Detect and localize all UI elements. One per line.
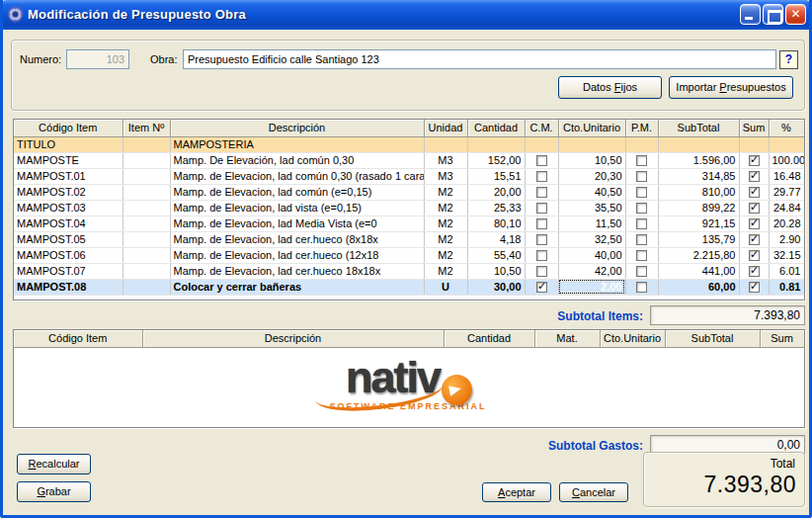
- col-pct[interactable]: %: [769, 120, 804, 136]
- col-descripcion[interactable]: Descripción: [170, 120, 424, 136]
- sum-checkbox[interactable]: [749, 234, 760, 245]
- col-unidad[interactable]: Unidad: [424, 120, 467, 136]
- col-sum[interactable]: Sum: [760, 330, 804, 347]
- recalcular-button[interactable]: Recalcular: [17, 454, 91, 475]
- selected-cell-cto-unitario[interactable]: 2,00: [558, 279, 625, 295]
- gastos-header-row: Código Item Descripción Cantidad Mat. Ct…: [14, 330, 804, 347]
- subtotal-items-value: 7.393,80: [650, 305, 805, 325]
- app-gear-icon: [7, 6, 24, 23]
- total-groupbox: Total 7.393,80: [643, 452, 805, 507]
- col-cto-unitario[interactable]: Cto.Unitario: [558, 120, 625, 136]
- obra-label: Obra:: [150, 53, 178, 65]
- col-cantidad[interactable]: Cantidad: [444, 330, 534, 347]
- sum-checkbox[interactable]: [749, 203, 760, 214]
- nativo-logo: nativo SOFTWARE EMPRESARIAL: [3, 352, 812, 413]
- table-row-selected[interactable]: MAMPOST.08 Colocar y cerrar bañeras U 30…: [14, 279, 804, 295]
- table-row[interactable]: MAMPOST.05 Mamp. de Elevacion, lad cer.h…: [14, 231, 804, 247]
- col-sum[interactable]: Sum: [739, 120, 769, 136]
- items-table: Código Item Item Nº Descripción Unidad C…: [13, 119, 805, 301]
- minimize-button[interactable]: [740, 4, 761, 25]
- cm-checkbox[interactable]: [536, 250, 547, 261]
- cm-checkbox[interactable]: [536, 282, 547, 293]
- sum-checkbox[interactable]: [749, 218, 760, 229]
- col-codigo-item[interactable]: Código Item: [14, 120, 122, 136]
- table-row[interactable]: MAMPOST.03 Mamp. de Elevacion, lad vista…: [14, 200, 804, 216]
- sum-checkbox[interactable]: [749, 282, 760, 293]
- total-value: 7.393,80: [644, 471, 804, 498]
- pm-checkbox[interactable]: [636, 250, 647, 261]
- col-subtotal[interactable]: SubTotal: [658, 120, 739, 136]
- numero-label: Numero:: [20, 53, 61, 65]
- col-mat[interactable]: Mat.: [534, 330, 600, 347]
- col-codigo-item[interactable]: Código Item: [14, 330, 142, 347]
- pm-checkbox[interactable]: [636, 218, 647, 229]
- pm-checkbox[interactable]: [636, 282, 647, 293]
- titlebar[interactable]: Modificación de Presupuesto Obra: [0, 0, 812, 30]
- logo-o-icon: o: [442, 375, 472, 405]
- col-pm[interactable]: P.M.: [625, 120, 658, 136]
- table-row[interactable]: MAMPOST.01 Mamp. de Elevacion, lad común…: [14, 168, 804, 184]
- window-title: Modificación de Presupuesto Obra: [28, 7, 246, 22]
- table-row[interactable]: MAMPOST.02 Mamp. de Elevacion, lad común…: [14, 184, 804, 200]
- items-header-row: Código Item Item Nº Descripción Unidad C…: [14, 120, 804, 136]
- cm-checkbox[interactable]: [536, 155, 547, 166]
- col-subtotal[interactable]: SubTotal: [665, 330, 760, 347]
- sum-checkbox[interactable]: [749, 250, 760, 261]
- table-row-titulo[interactable]: TITULO MAMPOSTERIA: [14, 136, 804, 152]
- close-button[interactable]: [785, 4, 806, 25]
- sum-checkbox[interactable]: [749, 187, 760, 198]
- maximize-button[interactable]: [763, 4, 783, 25]
- col-cto-unitario[interactable]: Cto.Unitario: [600, 330, 665, 347]
- sum-checkbox[interactable]: [749, 266, 760, 277]
- sum-checkbox[interactable]: [749, 155, 760, 166]
- numero-field[interactable]: 103: [66, 49, 129, 69]
- pm-checkbox[interactable]: [636, 187, 647, 198]
- pm-checkbox[interactable]: [636, 155, 647, 166]
- cm-checkbox[interactable]: [536, 266, 547, 277]
- col-descripcion[interactable]: Descripción: [142, 330, 444, 347]
- cm-checkbox[interactable]: [536, 203, 547, 214]
- cm-checkbox[interactable]: [536, 234, 547, 245]
- pm-checkbox[interactable]: [636, 266, 647, 277]
- obra-field[interactable]: Presupuesto Edificio calle Santiago 123: [183, 49, 776, 69]
- subtotal-gastos-label: Subtotal Gastos:: [398, 439, 643, 453]
- dialog-window: Modificación de Presupuesto Obra Numero:…: [0, 0, 812, 518]
- help-button[interactable]: ?: [779, 50, 798, 69]
- cm-checkbox[interactable]: [536, 218, 547, 229]
- cancelar-button[interactable]: Cancelar: [559, 482, 628, 502]
- sum-checkbox[interactable]: [749, 171, 760, 182]
- importar-presupuestos-button[interactable]: Importar Presupuestos: [669, 76, 793, 99]
- table-row[interactable]: MAMPOST.06 Mamp. de Elevacion, lad cer.h…: [14, 247, 804, 263]
- table-row[interactable]: MAMPOST.04 Mamp. de Elevacion, lad Media…: [14, 216, 804, 231]
- total-label: Total: [644, 453, 804, 471]
- cm-checkbox[interactable]: [536, 187, 547, 198]
- col-cm[interactable]: C.M.: [525, 120, 558, 136]
- table-row[interactable]: MAMPOSTE Mamp. De Elevación, lad común 0…: [14, 152, 804, 168]
- pm-checkbox[interactable]: [636, 171, 647, 182]
- col-item-n[interactable]: Item Nº: [122, 120, 170, 136]
- datos-fijos-button[interactable]: Datos Fijos: [558, 76, 662, 99]
- pm-checkbox[interactable]: [636, 203, 647, 214]
- col-cantidad[interactable]: Cantidad: [467, 120, 525, 136]
- aceptar-button[interactable]: Aceptar: [482, 482, 551, 502]
- pm-checkbox[interactable]: [636, 234, 647, 245]
- grabar-button[interactable]: Grabar: [17, 481, 91, 502]
- table-row[interactable]: MAMPOST.07 Mamp. de Elevacion, lad cer.h…: [14, 263, 804, 279]
- subtotal-items-label: Subtotal Items:: [398, 309, 643, 323]
- cm-checkbox[interactable]: [536, 171, 547, 182]
